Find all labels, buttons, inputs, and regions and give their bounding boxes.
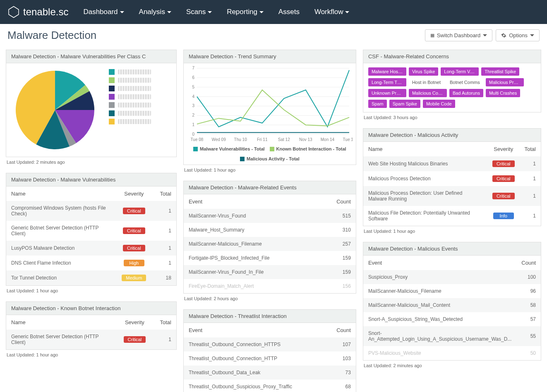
table-row[interactable]: Fortigate-IPS_Blocked_Infected_File159 xyxy=(184,251,356,265)
severity-badge: High xyxy=(124,260,144,266)
brand-logo[interactable]: tenable.sc xyxy=(7,6,68,18)
options-button[interactable]: Options xyxy=(496,29,540,41)
nav-analysis[interactable]: Analysis xyxy=(139,8,171,16)
svg-text:4: 4 xyxy=(192,94,194,99)
panel-title: Malware Detection - Known Botnet Interac… xyxy=(6,302,176,315)
csf-cell[interactable]: Malware Host Summary xyxy=(368,67,406,76)
table-row[interactable]: Threatlist_Outbound_Data_Leak73 xyxy=(184,366,356,380)
nav-reporting[interactable]: Reporting xyxy=(227,8,264,16)
table-row[interactable]: Malicious Process DetectionCritical1 xyxy=(363,171,541,186)
panel-title: Malware Detection - Malware Vulnerabilit… xyxy=(6,173,176,186)
csf-cell[interactable]: Multi Crashes xyxy=(486,89,520,97)
panel-title: Malware Detection - Threatlist Interacti… xyxy=(184,310,356,323)
csf-cell[interactable]: Spam Spike xyxy=(389,100,420,108)
table-row[interactable]: FireEye-Domain_Match_Alert156 xyxy=(184,279,356,293)
legend-item[interactable] xyxy=(109,119,151,124)
pie-chart[interactable] xyxy=(10,67,101,153)
severity-badge: Medium xyxy=(122,275,146,281)
pie-legend xyxy=(109,67,151,124)
trend-line-chart[interactable]: 01234567Tue 08Wed 09Thu 10Fri 11Sat 12No… xyxy=(187,65,353,143)
table-row[interactable]: Malicious File Detection: Potentially Un… xyxy=(363,206,541,226)
nav-workflow[interactable]: Workflow xyxy=(314,8,350,16)
legend-item[interactable]: Known Botnet Interaction - Total xyxy=(270,146,346,151)
table-row[interactable]: PVS-Malicious_Website50 xyxy=(363,346,541,360)
switch-dashboard-button[interactable]: ▦ Switch Dashboard xyxy=(425,29,493,41)
nav-dashboard[interactable]: Dashboard xyxy=(83,8,124,16)
chevron-down-icon xyxy=(259,11,264,13)
legend-item[interactable]: Malware Vulnerabilities - Total xyxy=(193,146,264,151)
table-row[interactable]: Malware_Host_Summary310 xyxy=(184,223,356,237)
last-updated: Last Updated: 3 hours ago xyxy=(363,112,541,122)
svg-text:3: 3 xyxy=(192,103,194,108)
csf-cell[interactable]: Long-Term Threatlist xyxy=(368,78,406,86)
table-row[interactable]: Threatlist_Outbound_Suspicious_Proxy_Tra… xyxy=(184,380,356,392)
table-row[interactable]: Generic Botnet Server Detection (HTTP Cl… xyxy=(6,330,176,349)
svg-text:Tue 08: Tue 08 xyxy=(190,137,203,142)
severity-badge: Critical xyxy=(492,193,515,199)
legend-item[interactable] xyxy=(109,110,151,116)
table-row[interactable]: MailScanner-Virus_Found_In_File159 xyxy=(184,265,356,279)
chevron-down-icon xyxy=(483,34,487,36)
last-updated: Last Updated: 2 minutes ago xyxy=(6,157,177,166)
svg-text:Tue 15: Tue 15 xyxy=(343,137,352,142)
table-row[interactable]: MailScanner-Malicious_Filename257 xyxy=(184,237,356,251)
svg-text:6: 6 xyxy=(192,75,194,80)
table-row[interactable]: Web Site Hosting Malicious BinariesCriti… xyxy=(363,156,541,171)
csf-cell[interactable]: Unknown Process xyxy=(368,89,406,97)
table-row[interactable]: Suspicious_Proxy100 xyxy=(363,270,541,284)
table-row[interactable]: Snort-A_Suspicious_String_Was_Detected57 xyxy=(363,312,541,326)
panel-vulnerabilities: Malware Detection - Malware Vulnerabilit… xyxy=(6,173,177,286)
svg-marker-0 xyxy=(9,7,19,18)
table-row[interactable]: Tor Tunnel DetectionMedium18 xyxy=(6,270,176,285)
csf-cell[interactable]: Virus Spike xyxy=(409,67,438,76)
svg-text:2: 2 xyxy=(192,113,194,117)
table-row[interactable]: MailScanner-Virus_Found515 xyxy=(184,209,356,223)
csf-cell[interactable]: Malicious Content xyxy=(409,89,447,97)
csf-cell[interactable]: Host in Botnet xyxy=(409,78,444,86)
table-row[interactable]: Snort-An_Attempted_Login_Using_A_Suspici… xyxy=(363,326,541,346)
gear-icon xyxy=(501,33,506,38)
panel-title: Malware Detection - Malware Vulnerabilit… xyxy=(6,50,176,63)
legend-item[interactable] xyxy=(109,94,151,100)
panel-trend: Malware Detection - Trend Summary 012345… xyxy=(183,50,356,165)
last-updated: Last Updated: 1 hour ago xyxy=(6,350,177,359)
tenable-logo-icon xyxy=(7,6,20,18)
table-row[interactable]: Threatlist_Outbound_Connection_HTTP103 xyxy=(184,351,356,366)
legend-item[interactable] xyxy=(109,102,151,108)
svg-text:Fri 11: Fri 11 xyxy=(257,137,268,142)
csf-cell[interactable]: Threatlist Spike xyxy=(481,67,519,76)
table-row[interactable]: Generic Botnet Server Detection (HTTP Cl… xyxy=(6,221,176,241)
nav-assets[interactable]: Assets xyxy=(278,8,300,16)
legend-item[interactable] xyxy=(109,77,151,83)
csf-cell[interactable]: Mobile Code xyxy=(423,100,455,108)
table-row[interactable]: Malicious Process Detection: User Define… xyxy=(363,186,541,206)
csf-cell[interactable]: Malicious Process xyxy=(486,78,524,86)
csf-cell[interactable]: Long-Term Virus xyxy=(441,67,479,76)
chevron-down-icon xyxy=(167,11,171,13)
csf-cell[interactable]: Botnet Comms xyxy=(446,78,483,86)
csf-cell[interactable]: Spam xyxy=(368,100,387,108)
table-row[interactable]: LusyPOS Malware DetectionCritical1 xyxy=(6,241,176,256)
last-updated: Last Updated: 1 hour ago xyxy=(183,165,356,174)
table-row[interactable]: Threatlist_Outbound_Connection_HTTPS107 xyxy=(184,337,356,351)
panel-title: Malware Detection - Malicious Events xyxy=(363,242,541,256)
last-updated: Last Updated: 2 hours ago xyxy=(183,294,356,303)
brand-text: tenable.sc xyxy=(23,6,68,18)
grid-icon: ▦ xyxy=(430,33,434,38)
svg-text:Nov 13: Nov 13 xyxy=(299,137,312,142)
csf-cell[interactable]: Bad Autoruns xyxy=(449,89,483,97)
panel-threatlist: Malware Detection - Threatlist Interacti… xyxy=(183,309,356,392)
legend-item[interactable] xyxy=(109,69,151,75)
nav-scans[interactable]: Scans xyxy=(186,8,212,16)
table-row[interactable]: MailScanner-Malicious_Mail_Content58 xyxy=(363,298,541,312)
legend-item[interactable]: Malicious Activity - Total xyxy=(240,156,300,161)
legend-item[interactable] xyxy=(109,86,151,91)
trend-series[interactable] xyxy=(197,90,349,126)
table-row[interactable]: DNS Client Flame InfectionHigh1 xyxy=(6,256,176,270)
table-row[interactable]: Compromised Windows System (hosts File C… xyxy=(6,201,176,221)
malicious-events-table: EventCountSuspicious_Proxy100MailScanner… xyxy=(363,256,541,360)
severity-badge: Critical xyxy=(492,160,515,167)
last-updated: Last Updated: 1 hour ago xyxy=(6,286,177,295)
svg-text:5: 5 xyxy=(192,85,194,89)
table-row[interactable]: MailScanner-Malicious_Filename96 xyxy=(363,284,541,298)
